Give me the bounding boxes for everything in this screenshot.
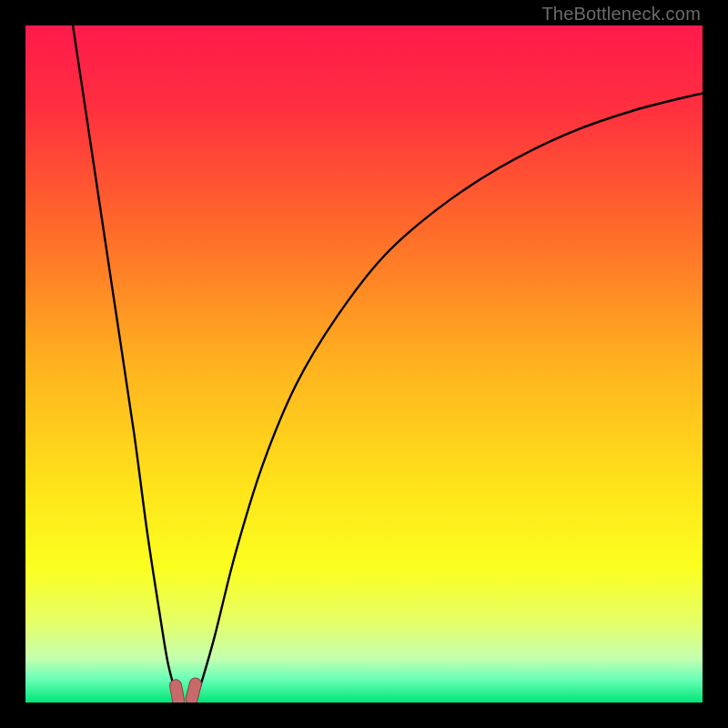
curve-layer bbox=[25, 25, 703, 703]
chart-frame: TheBottleneck.com bbox=[0, 0, 728, 728]
plot-area bbox=[25, 25, 703, 703]
bottleneck-curve-right bbox=[195, 93, 703, 703]
marker-trough-right bbox=[185, 677, 203, 703]
trough-markers bbox=[169, 677, 203, 703]
bottleneck-curve-left bbox=[73, 25, 177, 703]
watermark-text: TheBottleneck.com bbox=[541, 4, 701, 25]
marker-trough-left bbox=[169, 679, 186, 703]
